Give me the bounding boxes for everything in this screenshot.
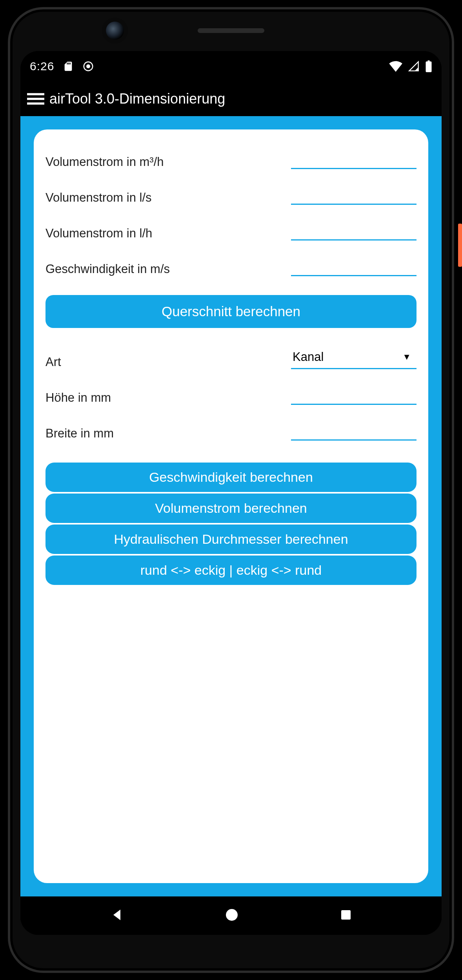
input-breite[interactable] [291,421,417,441]
chevron-down-icon: ▼ [402,352,411,362]
svg-point-5 [226,909,238,921]
front-camera [106,22,124,40]
nav-recents-button[interactable] [340,909,352,923]
cellular-signal-icon [408,61,420,72]
wifi-icon [389,61,402,72]
label-breite: Breite in mm [45,426,291,441]
label-volumenstrom-ls: Volumenstrom in l/s [45,191,291,205]
label-geschwindigkeit: Geschwindigkeit in m/s [45,262,291,276]
form-card: Volumenstrom in m³/h Volumenstrom in l/s… [34,129,428,883]
input-volumenstrom-m3h[interactable] [291,150,417,169]
svg-point-1 [86,64,90,68]
label-art: Art [45,355,291,369]
label-volumenstrom-lh: Volumenstrom in l/h [45,226,291,240]
querschnitt-berechnen-button[interactable]: Querschnitt berechnen [45,295,417,328]
input-volumenstrom-lh[interactable] [291,221,417,240]
hydraulischen-durchmesser-button[interactable]: Hydraulischen Durchmesser berechnen [45,525,417,554]
system-nav-bar [20,896,442,935]
app-bar: airTool 3.0-Dimensionierung [20,82,442,116]
clock: 6:26 [30,60,54,73]
svg-rect-3 [27,98,44,100]
power-button-indicator [458,224,462,267]
nav-back-button[interactable] [110,908,124,924]
earpiece-speaker [198,28,264,33]
nav-home-button[interactable] [225,908,239,924]
page-title: airTool 3.0-Dimensionierung [49,91,225,107]
sd-card-icon [63,61,74,72]
select-art[interactable]: Kanal ▼ [291,346,417,369]
volumenstrom-berechnen-button[interactable]: Volumenstrom berechnen [45,494,417,523]
svg-rect-4 [27,102,44,105]
hamburger-icon [27,90,44,107]
battery-icon [425,60,432,72]
content-area: Volumenstrom in m³/h Volumenstrom in l/s… [20,116,442,896]
svg-rect-2 [27,93,44,95]
rund-eckig-convert-button[interactable]: rund <-> eckig | eckig <-> rund [45,556,417,585]
input-volumenstrom-ls[interactable] [291,186,417,205]
input-hoehe[interactable] [291,386,417,405]
geschwindigkeit-berechnen-button[interactable]: Geschwindigkeit berechnen [45,463,417,492]
do-not-disturb-icon [82,60,94,72]
status-bar: 6:26 [20,51,442,82]
svg-rect-6 [341,910,351,920]
input-geschwindigkeit[interactable] [291,257,417,276]
label-hoehe: Höhe in mm [45,391,291,405]
menu-button[interactable] [25,88,46,109]
label-volumenstrom-m3h: Volumenstrom in m³/h [45,155,291,169]
select-art-value: Kanal [293,350,324,364]
